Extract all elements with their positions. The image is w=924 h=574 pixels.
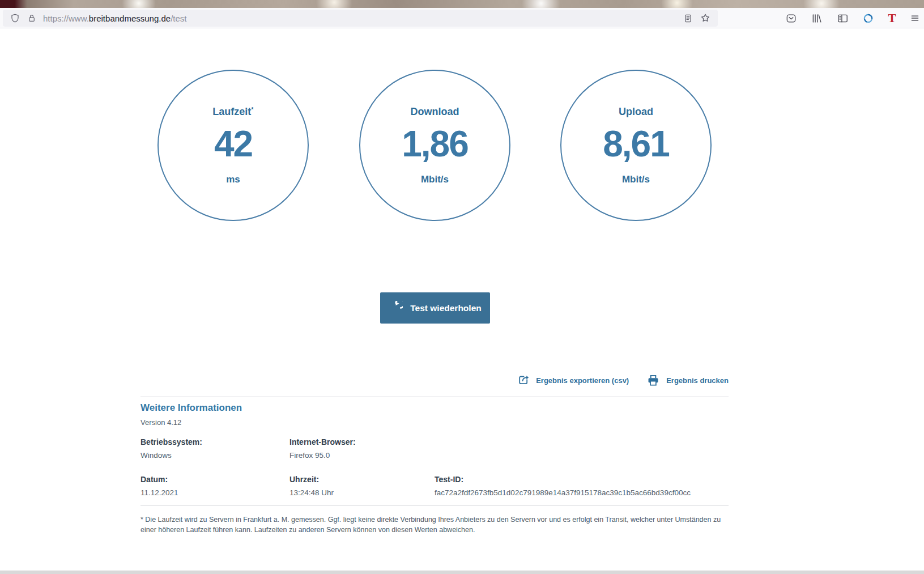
bottom-edge-strip bbox=[0, 571, 924, 574]
latency-result-circle: Laufzeit* 42 ms bbox=[157, 70, 309, 221]
upload-label: Upload bbox=[619, 107, 653, 117]
reader-view-icon[interactable] bbox=[683, 13, 693, 24]
latency-value: 42 bbox=[214, 126, 252, 162]
print-result-link[interactable]: Ergebnis drucken bbox=[646, 373, 729, 388]
field-value: 11.12.2021 bbox=[140, 488, 289, 497]
download-label: Download bbox=[411, 107, 459, 117]
url-path: /test bbox=[171, 14, 186, 23]
info-heading: Weitere Informationen bbox=[140, 402, 242, 414]
download-unit: Mbit/s bbox=[421, 175, 449, 184]
bookmark-star-icon[interactable] bbox=[700, 12, 711, 24]
lock-icon[interactable] bbox=[27, 13, 37, 23]
url-text[interactable]: https://www.breitbandmessung.de/test bbox=[43, 14, 186, 23]
field-test-id: Test-ID: fac72a2fdf2673fb5d1d02c791989e1… bbox=[435, 475, 691, 497]
latency-label: Laufzeit* bbox=[212, 107, 253, 117]
upload-result-circle: Upload 8,61 Mbit/s bbox=[560, 70, 712, 221]
export-csv-label: Ergebnis exportieren (csv) bbox=[536, 376, 629, 385]
toolbar-right-icons: T bbox=[785, 8, 920, 28]
divider-top bbox=[140, 397, 729, 397]
upload-unit: Mbit/s bbox=[622, 175, 650, 184]
extension-t-icon[interactable]: T bbox=[888, 12, 896, 24]
download-result-circle: Download 1,86 Mbit/s bbox=[359, 70, 510, 221]
field-internet-browser: Internet-Browser: Firefox 95.0 bbox=[289, 437, 435, 460]
field-uhrzeit: Uhrzeit: 13:24:48 Uhr bbox=[289, 475, 435, 497]
browser-toolbar: https://www.breitbandmessung.de/test bbox=[0, 8, 924, 28]
repeat-test-label: Test wiederholen bbox=[410, 303, 481, 313]
field-value: Windows bbox=[140, 451, 289, 460]
download-value: 1,86 bbox=[402, 126, 468, 162]
field-label: Test-ID: bbox=[435, 475, 691, 484]
print-result-label: Ergebnis drucken bbox=[666, 376, 729, 385]
menu-icon[interactable] bbox=[910, 13, 920, 23]
info-row-system: Betriebssystem: Windows Internet-Browser… bbox=[140, 437, 435, 460]
library-icon[interactable] bbox=[811, 12, 823, 24]
field-value: fac72a2fdf2673fb5d1d02c791989e14a37f9151… bbox=[435, 488, 691, 497]
url-domain: breitbandmessung.de bbox=[89, 14, 171, 23]
repeat-test-button[interactable]: Test wiederholen bbox=[380, 292, 490, 324]
divider-bottom bbox=[140, 505, 729, 505]
upload-value: 8,61 bbox=[603, 126, 669, 162]
blurred-desktop-strip bbox=[0, 0, 924, 8]
browser-window: https://www.breitbandmessung.de/test bbox=[0, 0, 924, 574]
result-actions-row: Ergebnis exportieren (csv) Ergebnis druc… bbox=[140, 373, 729, 388]
export-icon bbox=[517, 373, 530, 387]
field-label: Internet-Browser: bbox=[289, 437, 435, 447]
field-label: Uhrzeit: bbox=[289, 475, 435, 484]
field-label: Betriebssystem: bbox=[140, 437, 289, 447]
url-bar[interactable]: https://www.breitbandmessung.de/test bbox=[3, 10, 718, 27]
footnote-marker: * bbox=[251, 106, 253, 113]
printer-icon bbox=[646, 373, 661, 388]
extension-circle-icon[interactable] bbox=[862, 12, 874, 24]
latency-unit: ms bbox=[226, 175, 240, 184]
export-csv-link[interactable]: Ergebnis exportieren (csv) bbox=[517, 373, 629, 387]
field-value: 13:24:48 Uhr bbox=[289, 488, 435, 497]
field-value: Firefox 95.0 bbox=[289, 451, 435, 460]
field-datum: Datum: 11.12.2021 bbox=[140, 475, 289, 497]
pocket-icon[interactable] bbox=[785, 12, 797, 24]
shield-icon[interactable] bbox=[10, 13, 20, 24]
info-row-test: Datum: 11.12.2021 Uhrzeit: 13:24:48 Uhr … bbox=[140, 475, 691, 497]
sidebar-icon[interactable] bbox=[837, 12, 849, 24]
latency-footnote: * Die Laufzeit wird zu Servern in Frankf… bbox=[140, 515, 725, 535]
refresh-icon bbox=[389, 301, 403, 315]
field-betriebssystem: Betriebssystem: Windows bbox=[140, 437, 289, 460]
info-version: Version 4.12 bbox=[140, 418, 181, 427]
speedtest-results-page: Laufzeit* 42 ms Download 1,86 Mbit/s Upl… bbox=[0, 28, 924, 574]
field-label: Datum: bbox=[140, 475, 289, 484]
url-prefix: https://www. bbox=[43, 14, 89, 23]
